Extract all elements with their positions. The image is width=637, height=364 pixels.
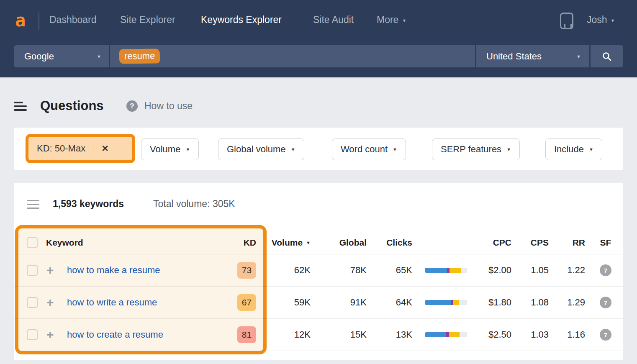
filter-serp-features-label: SERP features: [441, 144, 501, 155]
col-header-global[interactable]: Global: [339, 238, 367, 248]
kd-badge: 73: [237, 262, 256, 279]
keyword-link[interactable]: how to make a resume: [67, 265, 160, 276]
chevron-down-icon: ▼: [589, 147, 593, 152]
help-icon[interactable]: ?: [126, 100, 138, 112]
filter-serp-features[interactable]: SERP features ▼: [432, 138, 520, 160]
how-to-use-link[interactable]: How to use: [144, 100, 193, 112]
clicks-distribution-bar: [425, 332, 467, 337]
filter-global-volume-label: Global volume: [227, 144, 286, 155]
col-header-cpc[interactable]: CPC: [493, 238, 511, 248]
cps-value: 1.08: [531, 297, 549, 308]
clicks-value: 65K: [396, 265, 412, 276]
col-header-sf[interactable]: SF: [597, 238, 614, 248]
row-checkbox[interactable]: [27, 265, 38, 276]
search-button[interactable]: [591, 45, 623, 67]
page-title: Questions: [40, 98, 104, 113]
col-header-clicks[interactable]: Clicks: [386, 238, 412, 248]
col-header-keyword[interactable]: Keyword: [46, 238, 83, 248]
keywords-table-card: 1,593 keywords Total volume: 305K Keywor…: [14, 183, 623, 360]
filters-card: KD: 50-Max ✕ Volume ▼ Global volume ▼ Wo…: [14, 128, 623, 170]
rr-value: 1.16: [567, 329, 585, 340]
volume-value: 12K: [294, 329, 311, 340]
close-icon[interactable]: ✕: [93, 144, 117, 154]
nav-item-site-explorer[interactable]: Site Explorer: [120, 14, 175, 26]
filter-word-count-label: Word count: [341, 144, 388, 155]
add-to-list-icon[interactable]: +: [46, 298, 54, 307]
volume-value: 59K: [294, 297, 311, 308]
table-header-row: Keyword KD Volume ▼ Global Clicks CPC CP…: [14, 231, 623, 254]
chevron-down-icon: ▼: [185, 147, 190, 152]
nav-divider: [39, 13, 39, 30]
col-header-rr[interactable]: RR: [573, 238, 585, 248]
col-header-volume-label: Volume: [272, 238, 303, 248]
keyword-search-bar: Google ▼ resume United States ▼: [14, 45, 623, 67]
country-select[interactable]: United States ▼: [476, 45, 589, 67]
top-navigation: a Dashboard Site Explorer Keywords Explo…: [0, 0, 637, 77]
filter-volume-label: Volume: [150, 144, 180, 155]
user-name-label: Josh: [587, 14, 607, 25]
kd-badge: 81: [237, 326, 256, 343]
clicks-value: 64K: [396, 297, 412, 308]
filter-include-label: Include: [554, 144, 584, 155]
query-highlight: resume: [119, 49, 160, 64]
add-to-list-icon[interactable]: +: [46, 330, 54, 339]
search-engine-select[interactable]: Google ▼: [14, 45, 109, 67]
country-value: United States: [486, 51, 542, 62]
serp-features-count-badge[interactable]: 7: [600, 297, 611, 308]
nav-item-keywords-explorer[interactable]: Keywords Explorer: [201, 14, 282, 26]
list-options-icon[interactable]: [27, 200, 39, 209]
filter-include[interactable]: Include ▼: [545, 138, 602, 160]
keyword-link[interactable]: how to create a resume: [67, 329, 163, 340]
search-engine-value: Google: [24, 51, 54, 62]
nav-item-site-audit[interactable]: Site Audit: [313, 14, 354, 26]
cpc-value: $2.00: [488, 265, 511, 276]
kd-badge: 67: [237, 294, 256, 311]
cps-value: 1.05: [531, 265, 549, 276]
col-header-volume[interactable]: Volume ▼: [272, 238, 311, 248]
total-volume: Total volume: 305K: [153, 198, 235, 210]
cpc-value: $1.80: [488, 297, 511, 308]
col-header-kd[interactable]: KD: [244, 238, 256, 248]
kd-filter-chip[interactable]: KD: 50-Max ✕: [26, 134, 135, 163]
row-checkbox[interactable]: [27, 329, 38, 340]
collapse-sidebar-icon[interactable]: [14, 102, 27, 111]
chevron-down-icon: ▼: [291, 147, 295, 152]
table-row: + how to create a resume 81 12K 15K 13K …: [14, 319, 623, 351]
global-value: 15K: [350, 329, 367, 340]
rr-value: 1.22: [567, 265, 585, 276]
col-header-cps[interactable]: CPS: [531, 238, 549, 248]
nav-item-dashboard[interactable]: Dashboard: [49, 14, 97, 26]
chevron-down-icon: ▼: [611, 18, 615, 23]
add-to-list-icon[interactable]: +: [46, 266, 54, 275]
global-value: 91K: [350, 297, 367, 308]
volume-value: 62K: [294, 265, 311, 276]
global-value: 78K: [350, 265, 367, 276]
chevron-down-icon: ▼: [97, 54, 101, 59]
cps-value: 1.03: [531, 329, 549, 340]
clicks-distribution-bar: [425, 268, 467, 273]
filter-global-volume[interactable]: Global volume ▼: [218, 138, 304, 160]
keyword-link[interactable]: how to write a resume: [67, 297, 157, 308]
table-row: + how to write a resume 67 59K 91K 64K $…: [14, 287, 623, 319]
filter-word-count[interactable]: Word count ▼: [332, 138, 406, 160]
serp-features-count-badge[interactable]: 7: [600, 329, 611, 341]
chevron-down-icon: ▼: [506, 147, 511, 152]
select-all-checkbox[interactable]: [27, 237, 38, 248]
table-row: + how to make a resume 73 62K 78K 65K $2…: [14, 254, 623, 287]
nav-item-more-label: More: [377, 14, 398, 25]
clicks-value: 13K: [396, 329, 412, 340]
kd-filter-label: KD: 50-Max: [28, 143, 93, 154]
sort-desc-icon: ▼: [306, 240, 311, 245]
user-menu[interactable]: Josh▼: [587, 14, 615, 26]
row-checkbox[interactable]: [27, 297, 38, 308]
rr-value: 1.29: [567, 297, 585, 308]
chevron-down-icon: ▼: [402, 18, 406, 23]
search-input[interactable]: resume: [110, 45, 475, 67]
filter-volume[interactable]: Volume ▼: [141, 138, 199, 160]
ahrefs-logo[interactable]: a: [15, 10, 26, 31]
serp-features-count-badge[interactable]: 7: [600, 264, 611, 276]
keywords-count: 1,593 keywords: [53, 198, 124, 210]
nav-item-more[interactable]: More▼: [377, 14, 406, 26]
clicks-distribution-bar: [425, 300, 467, 305]
device-icon[interactable]: [560, 13, 573, 29]
